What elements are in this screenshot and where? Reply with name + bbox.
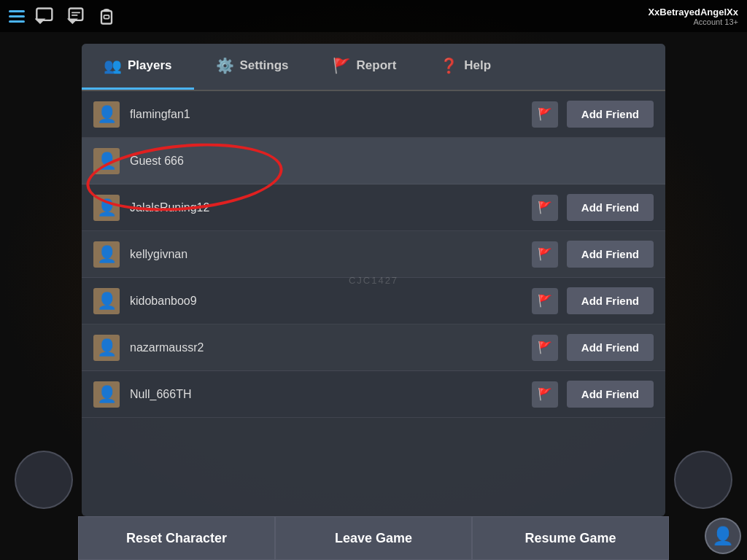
report-flag-button[interactable]: 🚩 (532, 288, 558, 314)
add-friend-button[interactable]: Add Friend (567, 334, 654, 361)
report-flag-button[interactable]: 🚩 (532, 195, 558, 221)
avatar (93, 195, 120, 221)
player-name: Null_666TH (130, 388, 532, 401)
leave-game-button[interactable]: Leave Game (275, 516, 472, 560)
avatar (93, 288, 120, 314)
player-list: flamingfan1 🚩 Add Friend Guest 666 Jalal… (82, 91, 665, 516)
tab-players[interactable]: 👥 Players (82, 44, 194, 90)
top-bar-left (9, 6, 117, 26)
right-control[interactable] (674, 451, 732, 509)
avatar (93, 241, 120, 268)
chat-icon[interactable] (66, 6, 86, 26)
tab-settings[interactable]: ⚙️ Settings (194, 44, 311, 90)
hamburger-menu-button[interactable] (9, 10, 25, 23)
players-icon: 👥 (104, 57, 122, 74)
main-panel: 👥 Players ⚙️ Settings 🚩 Report ❓ Help fl… (82, 44, 665, 516)
user-info: XxBetrayedAngelXx Account 13+ (648, 7, 738, 26)
player-row[interactable]: nazarmaussr2 🚩 Add Friend (82, 324, 665, 371)
tab-report-label: Report (357, 58, 397, 73)
player-row[interactable]: JalalsRuning12 🚩 Add Friend (82, 184, 665, 231)
player-name: JalalsRuning12 (130, 201, 532, 214)
tab-bar: 👥 Players ⚙️ Settings 🚩 Report ❓ Help (82, 44, 665, 91)
tab-help[interactable]: ❓ Help (418, 44, 513, 90)
help-icon: ❓ (440, 57, 458, 74)
tab-players-label: Players (128, 58, 172, 73)
avatar (93, 335, 120, 361)
report-icon: 🚩 (333, 57, 351, 74)
player-row[interactable]: kellygivnan 🚩 Add Friend (82, 231, 665, 278)
add-friend-button[interactable]: Add Friend (567, 381, 654, 408)
add-friend-button[interactable]: Add Friend (567, 101, 654, 128)
bottom-action-bar: Reset Character Leave Game Resume Game (0, 516, 747, 560)
svg-rect-0 (36, 9, 52, 20)
top-bar: XxBetrayedAngelXx Account 13+ (0, 0, 747, 32)
report-flag-button[interactable]: 🚩 (532, 335, 558, 361)
svg-rect-1 (69, 9, 83, 20)
player-row[interactable]: flamingfan1 🚩 Add Friend (82, 91, 665, 138)
add-friend-button[interactable]: Add Friend (567, 194, 654, 221)
username-display: XxBetrayedAngelXx (648, 7, 738, 18)
account-age-display: Account 13+ (648, 18, 738, 26)
add-friend-button[interactable]: Add Friend (567, 241, 654, 268)
tab-settings-label: Settings (240, 58, 289, 73)
player-name: nazarmaussr2 (130, 341, 532, 354)
chat-bubble-icon[interactable] (35, 6, 55, 26)
player-row[interactable]: Null_666TH 🚩 Add Friend (82, 371, 665, 418)
resume-game-button[interactable]: Resume Game (472, 516, 669, 560)
player-row[interactable]: kidobanboo9 🚩 Add Friend (82, 278, 665, 324)
svg-rect-5 (104, 15, 109, 19)
tab-help-label: Help (464, 58, 491, 73)
avatar (93, 101, 120, 128)
player-name: kellygivnan (130, 248, 532, 261)
svg-rect-4 (101, 11, 112, 24)
tab-report[interactable]: 🚩 Report (311, 44, 419, 90)
reset-character-button[interactable]: Reset Character (78, 516, 275, 560)
avatar (93, 148, 120, 174)
avatar (93, 381, 120, 408)
player-row-selected[interactable]: Guest 666 (82, 138, 665, 184)
left-control[interactable] (15, 451, 73, 509)
report-flag-button[interactable]: 🚩 (532, 381, 558, 408)
player-name: kidobanboo9 (130, 295, 532, 308)
add-friend-button[interactable]: Add Friend (567, 287, 654, 314)
backpack-icon[interactable] (96, 6, 117, 26)
player-avatar-circle[interactable]: 👤 (705, 518, 741, 554)
report-flag-button[interactable]: 🚩 (532, 241, 558, 268)
player-name: flamingfan1 (130, 108, 532, 121)
report-flag-button[interactable]: 🚩 (532, 101, 558, 128)
settings-icon: ⚙️ (216, 57, 234, 74)
player-name: Guest 666 (130, 155, 654, 168)
